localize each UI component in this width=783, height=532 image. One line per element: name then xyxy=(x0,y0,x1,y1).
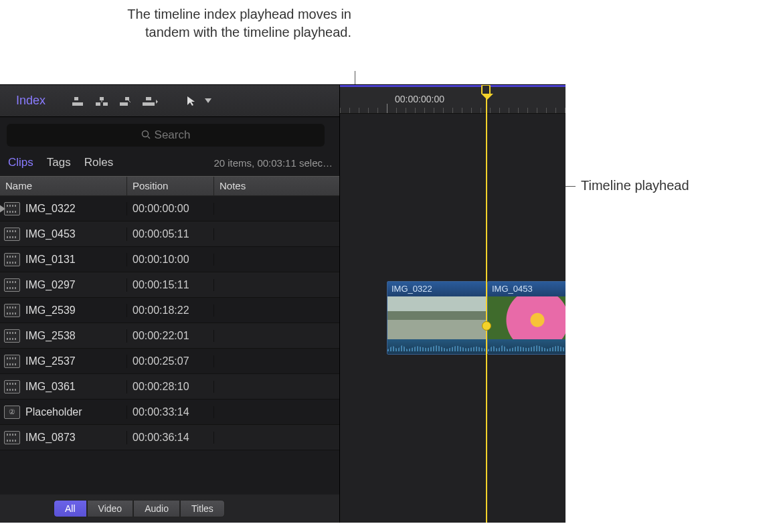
film-icon xyxy=(4,329,20,343)
append-tool-icon[interactable] xyxy=(116,94,135,108)
table-row[interactable]: IMG_036100:00:28:10 xyxy=(0,374,339,400)
clip-name-label: IMG_0873 xyxy=(25,432,76,444)
column-headers: Name Position Notes xyxy=(0,176,339,196)
timeline-clip-label: IMG_0453 xyxy=(488,282,566,296)
cell-name: IMG_0453 xyxy=(0,228,127,241)
clip-track: IMG_0322IMG_0453 xyxy=(387,281,566,355)
cell-position: 00:00:25:07 xyxy=(127,355,214,367)
tabs-row: Clips Tags Roles 20 items, 00:03:11 sele… xyxy=(0,152,339,176)
cell-name: Placeholder xyxy=(0,406,127,419)
cell-name: IMG_0322 xyxy=(0,202,127,215)
playhead-handle-icon[interactable] xyxy=(481,84,491,94)
overwrite-tool-icon[interactable] xyxy=(141,94,159,108)
table-row[interactable]: IMG_032200:00:00:00 xyxy=(0,196,339,221)
index-panel: Index xyxy=(0,85,340,523)
annotation-top: The timeline index playhead moves in tan… xyxy=(110,5,351,41)
timeline-area[interactable]: 00:00:00:00 IMG_0322IMG_0453 xyxy=(340,85,566,523)
clip-name-label: IMG_0361 xyxy=(25,381,76,393)
cell-position: 00:00:36:14 xyxy=(127,432,214,444)
filter-footer: All Video Audio Titles xyxy=(0,495,339,523)
table-row[interactable]: IMG_029700:00:15:11 xyxy=(0,272,339,298)
cell-position: 00:00:33:14 xyxy=(127,406,214,418)
index-playhead-icon xyxy=(0,204,5,213)
placeholder-icon xyxy=(4,406,20,419)
timeline-clip-label: IMG_0322 xyxy=(387,282,487,296)
cell-name: IMG_0131 xyxy=(0,253,127,266)
ruler-timecode: 00:00:00:00 xyxy=(395,94,444,104)
toolbar: Index xyxy=(0,85,339,117)
cell-name: IMG_2539 xyxy=(0,304,127,317)
search-input[interactable]: Search xyxy=(7,124,325,147)
ruler-bigtick xyxy=(387,104,387,113)
timeline-clip-thumb xyxy=(488,296,566,339)
playhead-dot-icon xyxy=(482,321,491,331)
clip-name-label: IMG_2539 xyxy=(25,304,76,317)
film-icon xyxy=(4,202,20,215)
svg-point-9 xyxy=(142,130,148,137)
svg-rect-0 xyxy=(72,102,83,106)
index-button[interactable]: Index xyxy=(7,91,55,110)
timeline-clip[interactable]: IMG_0453 xyxy=(487,281,566,355)
cell-name: IMG_2538 xyxy=(0,329,127,343)
svg-rect-2 xyxy=(96,102,100,106)
filter-all[interactable]: All xyxy=(54,500,87,517)
filter-titles[interactable]: Titles xyxy=(180,500,225,517)
svg-line-10 xyxy=(148,137,150,139)
cell-position: 00:00:10:00 xyxy=(127,254,214,266)
cell-name: IMG_0873 xyxy=(0,431,127,444)
svg-rect-6 xyxy=(125,97,129,100)
cell-name: IMG_0297 xyxy=(0,278,127,292)
cell-position: 00:00:18:22 xyxy=(127,304,214,317)
cell-name: IMG_0361 xyxy=(0,380,127,393)
cell-position: 00:00:00:00 xyxy=(127,203,214,215)
timeline-clip-waveform xyxy=(387,339,487,354)
select-tool-icon[interactable] xyxy=(182,94,201,108)
ruler-ticks xyxy=(340,108,566,113)
clip-name-label: IMG_2538 xyxy=(25,330,76,342)
col-position[interactable]: Position xyxy=(127,177,214,195)
tab-roles[interactable]: Roles xyxy=(84,156,113,169)
tab-tags[interactable]: Tags xyxy=(47,156,71,169)
cell-position: 00:00:05:11 xyxy=(127,228,214,240)
timeline-clip-waveform xyxy=(488,339,566,354)
cell-position: 00:00:28:10 xyxy=(127,381,214,393)
table-row[interactable]: Placeholder00:00:33:14 xyxy=(0,400,339,425)
connect-tool-icon[interactable] xyxy=(68,94,87,108)
table-row[interactable]: IMG_087300:00:36:14 xyxy=(0,425,339,450)
col-name[interactable]: Name xyxy=(0,177,127,195)
selection-status: 20 items, 00:03:11 selec… xyxy=(213,157,333,169)
filter-audio[interactable]: Audio xyxy=(133,500,180,517)
filter-video[interactable]: Video xyxy=(87,500,134,517)
search-placeholder: Search xyxy=(155,128,191,142)
edit-mode-group xyxy=(68,94,159,108)
timeline-clip[interactable]: IMG_0322 xyxy=(387,281,487,355)
timeline-clip-thumb xyxy=(387,296,487,339)
clip-name-label: IMG_0453 xyxy=(25,228,76,240)
svg-rect-8 xyxy=(146,97,151,100)
app-window: Index xyxy=(0,84,566,523)
film-icon xyxy=(4,278,20,292)
col-notes[interactable]: Notes xyxy=(214,177,339,195)
film-icon xyxy=(4,304,20,317)
svg-rect-4 xyxy=(100,97,104,100)
tool-dropdown-icon[interactable] xyxy=(203,94,213,108)
cell-name: IMG_2537 xyxy=(0,355,127,368)
clip-name-label: IMG_0131 xyxy=(25,254,76,266)
table-row[interactable]: IMG_253700:00:25:07 xyxy=(0,349,339,374)
tab-clips[interactable]: Clips xyxy=(8,156,33,169)
table-row[interactable]: IMG_253900:00:18:22 xyxy=(0,298,339,323)
svg-rect-7 xyxy=(143,102,155,106)
cell-position: 00:00:22:01 xyxy=(127,330,214,342)
svg-rect-1 xyxy=(74,97,78,100)
clip-name-label: IMG_0297 xyxy=(25,279,76,291)
film-icon xyxy=(4,228,20,241)
search-icon xyxy=(141,130,151,141)
timeline-ruler[interactable]: 00:00:00:00 xyxy=(340,87,566,114)
svg-rect-3 xyxy=(103,102,108,106)
table-row[interactable]: IMG_013100:00:10:00 xyxy=(0,247,339,272)
table-row[interactable]: IMG_253800:00:22:01 xyxy=(0,323,339,349)
clip-name-label: Placeholder xyxy=(25,406,82,418)
table-row[interactable]: IMG_045300:00:05:11 xyxy=(0,221,339,247)
timeline-playhead[interactable] xyxy=(486,87,487,523)
insert-tool-icon[interactable] xyxy=(92,94,111,108)
